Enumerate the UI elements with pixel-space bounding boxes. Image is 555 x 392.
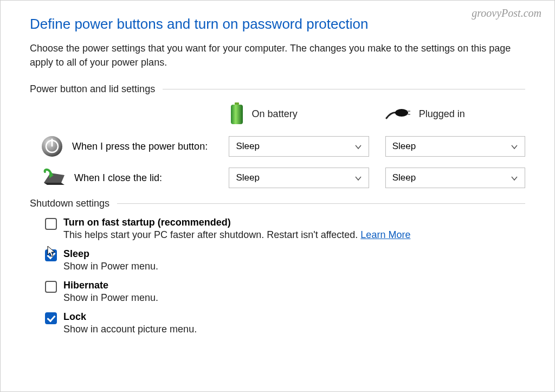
option-hibernate: Hibernate Show in Power menu. — [45, 280, 525, 304]
option-desc: Show in Power menu. — [63, 261, 525, 272]
power-button-label-group: When I press the power button: — [30, 135, 229, 158]
option-desc: This helps start your PC faster after sh… — [63, 229, 525, 241]
setting-row-power-button: When I press the power button: Sleep Sle… — [30, 135, 525, 158]
svg-rect-4 — [407, 114, 410, 115]
option-desc: Show in Power menu. — [63, 292, 525, 304]
option-title: Sleep — [63, 248, 525, 260]
battery-icon — [229, 102, 244, 125]
divider — [163, 89, 525, 89]
shutdown-options-list: Turn on fast startup (recommended) This … — [30, 217, 525, 335]
page-description: Choose the power settings that you want … — [30, 41, 525, 69]
fast-startup-checkbox[interactable] — [45, 218, 57, 230]
option-sleep: Sleep Show in Power menu. — [45, 248, 525, 272]
option-title: Lock — [63, 311, 525, 323]
section-header-shutdown: Shutdown settings — [30, 198, 525, 209]
option-lock: Lock Show in account picture menu. — [45, 311, 525, 335]
svg-rect-3 — [407, 111, 410, 112]
chevron-down-icon — [511, 143, 518, 150]
column-headers: On battery Plugged in — [30, 102, 525, 125]
svg-rect-0 — [235, 102, 239, 105]
page-title: Define power buttons and turn on passwor… — [30, 16, 525, 33]
section-header-label: Shutdown settings — [30, 198, 109, 209]
plugged-in-label: Plugged in — [419, 108, 465, 120]
learn-more-link[interactable]: Learn More — [360, 229, 410, 240]
plug-icon — [385, 106, 411, 121]
power-button-label: When I press the power button: — [72, 141, 208, 152]
close-lid-label: When I close the lid: — [74, 172, 162, 184]
close-lid-label-group: When I close the lid: — [30, 168, 229, 188]
option-fast-startup: Turn on fast startup (recommended) This … — [45, 217, 525, 241]
close-lid-battery-select[interactable]: Sleep — [229, 168, 369, 188]
close-lid-icon — [41, 168, 66, 188]
chevron-down-icon — [511, 174, 518, 182]
select-value: Sleep — [392, 141, 416, 152]
sleep-checkbox[interactable] — [45, 249, 57, 261]
section-header-power-lid: Power button and lid settings — [30, 83, 525, 95]
option-desc: Show in account picture menu. — [63, 324, 525, 335]
plugged-in-header: Plugged in — [385, 106, 525, 121]
select-value: Sleep — [236, 172, 259, 183]
power-button-plugged-select[interactable]: Sleep — [385, 136, 525, 157]
select-value: Sleep — [236, 141, 259, 152]
on-battery-header: On battery — [229, 102, 385, 125]
power-button-battery-select[interactable]: Sleep — [229, 136, 369, 157]
svg-point-2 — [395, 109, 408, 117]
chevron-down-icon — [354, 174, 362, 182]
on-battery-label: On battery — [252, 108, 298, 120]
option-title: Hibernate — [63, 280, 525, 291]
power-button-icon — [41, 135, 63, 158]
option-title: Turn on fast startup (recommended) — [63, 217, 525, 228]
hibernate-checkbox[interactable] — [45, 281, 57, 293]
setting-row-close-lid: When I close the lid: Sleep Sleep — [30, 168, 525, 188]
select-value: Sleep — [392, 172, 416, 183]
divider — [117, 203, 525, 204]
svg-rect-1 — [231, 105, 243, 124]
section-header-label: Power button and lid settings — [30, 83, 155, 95]
chevron-down-icon — [354, 143, 362, 150]
lock-checkbox[interactable] — [45, 312, 57, 324]
close-lid-plugged-select[interactable]: Sleep — [385, 168, 525, 188]
watermark-text: groovyPost.com — [472, 7, 541, 20]
